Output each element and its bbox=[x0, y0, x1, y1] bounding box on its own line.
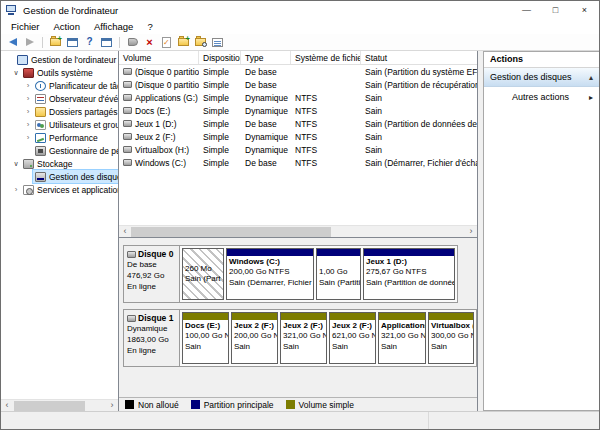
tree-item-stockage[interactable]: ∨ Stockage bbox=[1, 157, 118, 170]
header-filesystem[interactable]: Système de fichiers bbox=[291, 51, 361, 64]
tree-horizontal-scrollbar[interactable]: ‹ › bbox=[1, 399, 118, 411]
partition-jeux2-f-1[interactable]: Jeux 2 (F:) 200,00 Go N Sain bbox=[231, 312, 278, 364]
header-volume[interactable]: Volume bbox=[119, 51, 199, 64]
simple-volume-swatch bbox=[286, 400, 295, 409]
expander-icon[interactable]: › bbox=[11, 183, 21, 196]
shared-folders-icon bbox=[35, 107, 46, 117]
disk-1-label[interactable]: Disque 1 Dynamique 1863,00 Go En ligne bbox=[124, 310, 180, 366]
expander-icon[interactable]: › bbox=[23, 131, 33, 144]
disk-size: 476,92 Go bbox=[127, 271, 176, 282]
disk-1-row: Disque 1 Dynamique 1863,00 Go En ligne D… bbox=[123, 309, 477, 367]
explore-button[interactable] bbox=[193, 35, 208, 49]
tree-item-observateur[interactable]: › Observateur d'événeme bbox=[1, 92, 118, 105]
tree-item-computer-management[interactable]: Gestion de l'ordinateur (local) bbox=[1, 53, 118, 66]
tree-item-utilisateurs[interactable]: › Utilisateurs et groupes l bbox=[1, 118, 118, 131]
maximize-button[interactable]: □ bbox=[541, 1, 570, 19]
partition-virtualbox-h[interactable]: Virtualbox ( 300,00 Go NT Sain bbox=[428, 312, 474, 364]
properties-button[interactable] bbox=[210, 35, 225, 49]
partition-applications-g[interactable]: Applications 321,00 Go N' Sain bbox=[378, 312, 426, 364]
menu-affichage[interactable]: Affichage bbox=[87, 20, 140, 33]
legend-unallocated: Non alloué bbox=[125, 400, 179, 410]
show-console-tree-button[interactable] bbox=[65, 35, 80, 49]
tree-item-gestion-des-disques[interactable]: Gestion des disques bbox=[1, 170, 118, 183]
collapse-icon[interactable]: ▴ bbox=[589, 73, 593, 82]
partition-jeux2-f-2[interactable]: Jeux 2 (F:) 321,00 Go N' Sain bbox=[280, 312, 327, 364]
simple-volume-bar bbox=[183, 313, 228, 320]
volume-row[interactable]: Virtualbox (H:) Simple Dynamique NTFS Sa… bbox=[119, 143, 477, 156]
console-window-icon bbox=[67, 38, 78, 47]
partition-jeux1-d[interactable]: Jeux 1 (D:) 275,67 Go NTFS Sain (Partiti… bbox=[363, 248, 455, 300]
simple-volume-bar bbox=[429, 313, 473, 320]
tree-item-services-applications[interactable]: › Services et applications bbox=[1, 183, 118, 196]
list-details-icon bbox=[212, 38, 223, 47]
volume-row[interactable]: Jeux 2 (F:) Simple Dynamique NTFS Sain bbox=[119, 130, 477, 143]
tree-item-gestionnaire-peripheriques[interactable]: Gestionnaire de périphé bbox=[1, 144, 118, 157]
title-bar[interactable]: Gestion de l'ordinateur — □ × bbox=[1, 1, 599, 19]
disk-icon bbox=[127, 251, 136, 258]
legend-primary-partition: Partition principale bbox=[191, 400, 274, 410]
volume-row[interactable]: Jeux 1 (D:) Simple De base NTFS Sain (Pa… bbox=[119, 117, 477, 130]
partition-docs-e[interactable]: Docs (E:) 100,00 Go N Sain bbox=[182, 312, 229, 364]
simple-volume-bar bbox=[330, 313, 375, 320]
unallocated-swatch bbox=[125, 400, 134, 409]
forward-icon bbox=[26, 38, 34, 46]
tree-item-planificateur[interactable]: › Planificateur de tâches bbox=[1, 79, 118, 92]
minimize-button[interactable]: — bbox=[512, 1, 541, 19]
actions-item-autres-actions[interactable]: Autres actions ▸ bbox=[484, 87, 599, 107]
tree-item-dossiers-partages[interactable]: › Dossiers partagés bbox=[1, 105, 118, 118]
header-statut[interactable]: Statut bbox=[361, 51, 477, 64]
tree-item-performance[interactable]: › Performance bbox=[1, 131, 118, 144]
status-bar bbox=[1, 411, 599, 429]
partition-efi-260mo[interactable]: 260 Mo Sain (Part bbox=[182, 248, 224, 300]
expander-icon[interactable]: ∨ bbox=[11, 157, 21, 170]
disk-legend: Non alloué Partition principale Volume s… bbox=[119, 397, 477, 411]
tree-item-outils-systeme[interactable]: ∨ Outils système bbox=[1, 66, 118, 79]
volume-row[interactable]: Windows (C:) Simple De base NTFS Sain (D… bbox=[119, 156, 477, 169]
menu-action[interactable]: Action bbox=[47, 20, 87, 33]
back-button[interactable] bbox=[5, 35, 20, 49]
volume-icon bbox=[123, 107, 132, 114]
services-icon bbox=[23, 185, 34, 195]
task-check-button[interactable]: ✓ bbox=[159, 35, 174, 49]
up-level-button[interactable]: + bbox=[48, 35, 63, 49]
help-button[interactable]: ? bbox=[82, 35, 97, 49]
back-icon bbox=[9, 38, 17, 46]
expander-icon[interactable]: › bbox=[23, 118, 33, 131]
expander-icon[interactable]: › bbox=[23, 105, 33, 118]
scrollbar-thumb[interactable] bbox=[14, 401, 85, 411]
header-type[interactable]: Type bbox=[241, 51, 291, 64]
device-manager-icon bbox=[35, 146, 46, 156]
partition-jeux2-f-3[interactable]: Jeux 2 (F:) 621,00 Go NT Sain bbox=[329, 312, 376, 364]
disk-type: De base bbox=[127, 260, 176, 271]
scrollbar-thumb[interactable] bbox=[131, 227, 331, 237]
partition-windows-c[interactable]: Windows (C:) 200,00 Go NTFS Sain (Démarr… bbox=[226, 248, 314, 300]
tree-label: Performance bbox=[49, 133, 98, 143]
partition-1go[interactable]: 1,00 Go Sain (Partitio bbox=[316, 248, 361, 300]
forward-button[interactable] bbox=[22, 35, 37, 49]
expander-icon[interactable]: › bbox=[23, 92, 33, 105]
menu-help[interactable]: ? bbox=[140, 20, 159, 33]
scroll-right-arrow[interactable]: › bbox=[465, 226, 477, 237]
disk-0-label[interactable]: Disque 0 De base 476,92 Go En ligne bbox=[124, 246, 180, 302]
header-disposition[interactable]: Disposition bbox=[199, 51, 241, 64]
volume-icon bbox=[123, 94, 132, 101]
volume-row[interactable]: (Disque 0 partition 1) Simple De base Sa… bbox=[119, 65, 477, 78]
new-volume-button[interactable]: + bbox=[176, 35, 191, 49]
volume-row[interactable]: (Disque 0 partition 4) Simple De base Sa… bbox=[119, 78, 477, 91]
scroll-left-arrow[interactable]: ‹ bbox=[119, 226, 131, 237]
menu-fichier[interactable]: Fichier bbox=[4, 20, 47, 33]
volume-row[interactable]: Applications (G:) Simple Dynamique NTFS … bbox=[119, 91, 477, 104]
show-action-pane-button[interactable] bbox=[99, 35, 114, 49]
volume-list-horizontal-scrollbar[interactable]: ‹ › bbox=[119, 225, 477, 237]
expander-icon[interactable]: › bbox=[23, 79, 33, 92]
actions-group-gestion-des-disques[interactable]: Gestion des disques ▴ bbox=[484, 68, 599, 87]
tree-label: Dossiers partagés bbox=[49, 107, 118, 117]
scroll-left-arrow[interactable]: ‹ bbox=[1, 400, 13, 411]
volume-icon bbox=[123, 68, 132, 75]
announce-button[interactable] bbox=[125, 35, 140, 49]
expander-icon[interactable]: ∨ bbox=[11, 66, 21, 79]
delete-volume-button[interactable]: × bbox=[142, 35, 157, 49]
volume-row[interactable]: Docs (E:) Simple Dynamique NTFS Sain bbox=[119, 104, 477, 117]
close-button[interactable]: × bbox=[570, 1, 599, 19]
scroll-right-arrow[interactable]: › bbox=[106, 400, 118, 411]
